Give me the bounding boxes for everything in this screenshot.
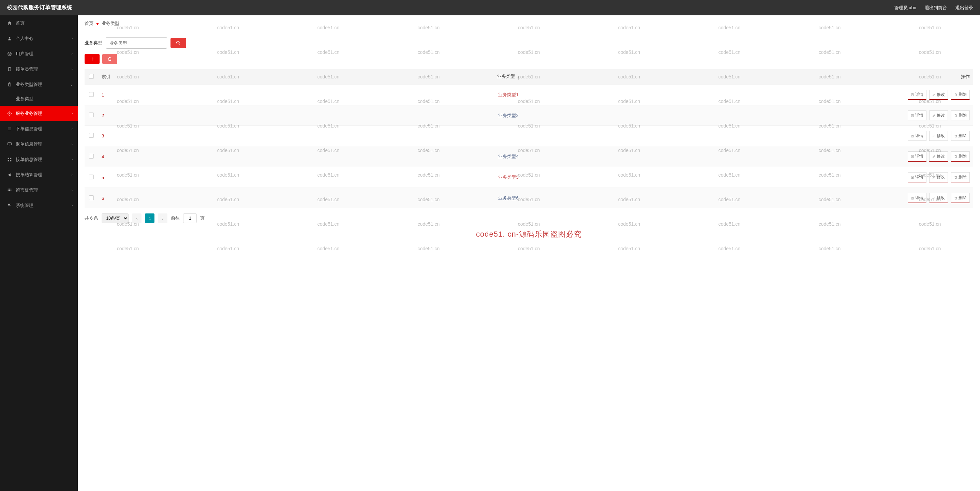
exit-frontend-link[interactable]: 退出到前台 xyxy=(925,5,947,11)
send-icon xyxy=(7,172,12,178)
edit-button[interactable]: 修改 xyxy=(929,110,948,120)
chevron-down-icon: ⌄ xyxy=(70,83,73,86)
trash-icon xyxy=(954,155,958,158)
main-content: code51.cncode51.cncode51.cncode51.cncode… xyxy=(78,15,980,491)
admin-label[interactable]: 管理员 abo xyxy=(894,5,916,11)
svg-rect-17 xyxy=(8,189,8,189)
row-type: 业务类型5 xyxy=(126,167,891,188)
batch-delete-button[interactable] xyxy=(102,54,117,64)
delete-button[interactable]: 删除 xyxy=(951,131,970,141)
edit-button[interactable]: 修改 xyxy=(929,172,948,183)
row-index: 4 xyxy=(98,146,126,167)
row-checkbox[interactable] xyxy=(89,154,94,159)
list-icon xyxy=(7,126,12,132)
detail-icon xyxy=(911,134,914,138)
svg-rect-13 xyxy=(8,157,9,159)
sidebar-item-接单信息管理[interactable]: 接单信息管理› xyxy=(0,152,78,167)
menu-label: 系统管理 xyxy=(16,203,33,209)
chevron-right-icon: › xyxy=(72,188,73,192)
detail-button[interactable]: 详情 xyxy=(908,131,926,141)
chevron-right-icon: › xyxy=(72,111,73,115)
delete-button[interactable]: 删除 xyxy=(951,172,970,183)
sidebar: 首页个人中心›用户管理›接单员管理›业务类型管理⌄业务类型服务业务管理›下单信息… xyxy=(0,15,78,491)
chevron-right-icon: › xyxy=(72,37,73,40)
submenu-item-业务类型[interactable]: 业务类型 xyxy=(0,92,78,106)
row-index: 1 xyxy=(98,84,126,105)
sidebar-item-业务类型管理[interactable]: 业务类型管理⌄ xyxy=(0,77,78,92)
search-icon xyxy=(176,41,181,45)
table-row: 3 详情 修改 删除 xyxy=(84,126,973,146)
row-checkbox[interactable] xyxy=(89,175,94,180)
detail-button[interactable]: 详情 xyxy=(908,151,926,162)
page-next-button[interactable]: › xyxy=(158,213,167,223)
detail-button[interactable]: 详情 xyxy=(908,172,926,183)
grid2-icon xyxy=(7,188,12,193)
page-prev-button[interactable]: ‹ xyxy=(132,213,142,223)
sidebar-item-接单员管理[interactable]: 接单员管理› xyxy=(0,61,78,77)
breadcrumb: 首页 ♥ 业务类型 xyxy=(78,15,980,32)
row-checkbox[interactable] xyxy=(89,133,94,138)
edit-button[interactable]: 修改 xyxy=(929,193,948,203)
select-all-checkbox[interactable] xyxy=(89,74,94,79)
delete-button[interactable]: 删除 xyxy=(951,110,970,120)
sidebar-item-退单信息管理[interactable]: 退单信息管理› xyxy=(0,137,78,152)
delete-button[interactable]: 删除 xyxy=(951,90,970,100)
sidebar-item-个人中心[interactable]: 个人中心› xyxy=(0,31,78,46)
svg-point-23 xyxy=(177,41,179,44)
menu-label: 业务类型管理 xyxy=(16,81,42,87)
delete-button[interactable]: 删除 xyxy=(951,151,970,162)
sidebar-item-首页[interactable]: 首页 xyxy=(0,15,78,31)
page-number-button[interactable]: 1 xyxy=(145,213,154,223)
detail-button[interactable]: 详情 xyxy=(908,193,926,203)
detail-icon xyxy=(911,176,914,179)
goto-prefix: 前往 xyxy=(171,215,180,221)
menu-label: 留言板管理 xyxy=(16,187,38,193)
col-type[interactable]: 业务类型 ▲▼ xyxy=(126,69,891,84)
logout-link[interactable]: 退出登录 xyxy=(955,5,973,11)
detail-icon xyxy=(911,196,914,200)
edit-button[interactable]: 修改 xyxy=(929,90,948,100)
trash-icon xyxy=(954,196,958,200)
edit-icon xyxy=(932,176,935,179)
chevron-right-icon: › xyxy=(72,52,73,56)
sidebar-item-服务业务管理[interactable]: 服务业务管理› xyxy=(0,106,78,121)
row-checkbox[interactable] xyxy=(89,195,94,200)
table-row: 5 业务类型5 详情 修改 删除 xyxy=(84,167,973,188)
trash-icon xyxy=(954,176,958,179)
edit-icon xyxy=(932,134,935,138)
row-checkbox[interactable] xyxy=(89,92,94,97)
detail-button[interactable]: 详情 xyxy=(908,90,926,100)
clock-icon xyxy=(7,111,12,116)
top-header: 校园代购服务订单管理系统 管理员 abo 退出到前台 退出登录 xyxy=(0,0,980,15)
edit-icon xyxy=(932,196,935,200)
search-button[interactable] xyxy=(170,38,186,48)
sidebar-item-接单结算管理[interactable]: 接单结算管理› xyxy=(0,167,78,183)
row-type: 业务类型2 xyxy=(126,105,891,126)
svg-rect-18 xyxy=(9,189,10,189)
trash-icon xyxy=(954,114,958,117)
row-index: 3 xyxy=(98,126,126,146)
delete-button[interactable]: 删除 xyxy=(951,193,970,203)
detail-button[interactable]: 详情 xyxy=(908,110,926,120)
goto-page-input[interactable] xyxy=(183,213,197,223)
row-index: 5 xyxy=(98,167,126,188)
row-index: 6 xyxy=(98,188,126,209)
svg-rect-20 xyxy=(8,190,8,191)
page-size-select[interactable]: 10条/页 xyxy=(102,213,129,223)
sidebar-item-系统管理[interactable]: 系统管理› xyxy=(0,198,78,213)
edit-icon xyxy=(932,155,935,158)
row-checkbox[interactable] xyxy=(89,113,94,117)
edit-button[interactable]: 修改 xyxy=(929,151,948,162)
sidebar-item-留言板管理[interactable]: 留言板管理› xyxy=(0,183,78,198)
edit-icon xyxy=(932,114,935,117)
svg-line-24 xyxy=(179,44,180,44)
add-button[interactable] xyxy=(84,54,100,64)
sidebar-item-用户管理[interactable]: 用户管理› xyxy=(0,46,78,61)
edit-button[interactable]: 修改 xyxy=(929,131,948,141)
breadcrumb-home[interactable]: 首页 xyxy=(84,21,94,27)
svg-rect-16 xyxy=(10,160,11,161)
trash-icon xyxy=(954,93,958,97)
search-input[interactable] xyxy=(106,37,167,49)
sidebar-item-下单信息管理[interactable]: 下单信息管理› xyxy=(0,121,78,137)
chevron-right-icon: › xyxy=(72,67,73,71)
